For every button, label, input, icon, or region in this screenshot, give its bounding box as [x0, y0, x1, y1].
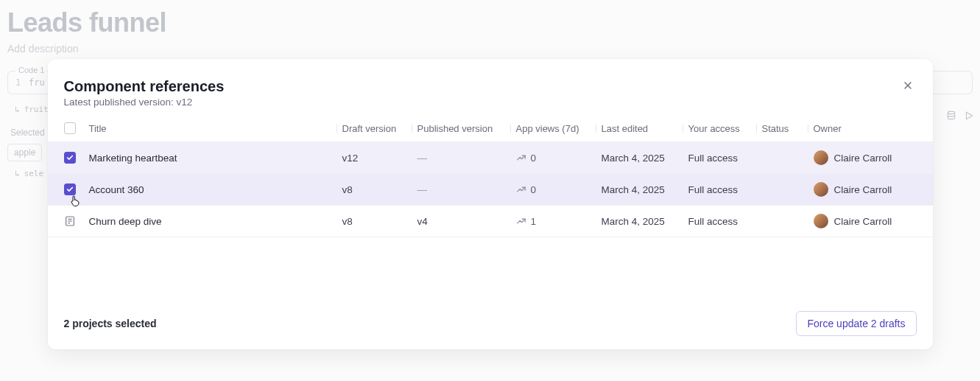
table-row[interactable]: Churn deep dive v8 v4 1 March 4, 2025 Fu…	[48, 205, 933, 237]
row-owner: Claire Carroll	[834, 184, 892, 195]
row-edited: March 4, 2025	[602, 184, 688, 195]
row-draft: v8	[342, 184, 417, 195]
row-title: Churn deep dive	[89, 216, 162, 227]
row-access: Full access	[688, 153, 762, 164]
header-status[interactable]: Status	[762, 123, 814, 134]
close-icon	[902, 80, 914, 91]
close-button[interactable]	[899, 77, 917, 94]
row-owner: Claire Carroll	[834, 153, 892, 164]
modal-overlay: Component references Latest published ve…	[0, 0, 980, 381]
table-row[interactable]: Account 360 v8 — 0 March 4, 2025 Full ac…	[48, 173, 933, 205]
row-title: Account 360	[89, 184, 144, 195]
header-title[interactable]: Title	[89, 123, 342, 134]
modal-header: Component references Latest published ve…	[48, 78, 933, 115]
table-header: Title Draft version Published version Ap…	[48, 115, 933, 141]
row-draft: v12	[342, 153, 417, 164]
references-table: Title Draft version Published version Ap…	[48, 115, 933, 237]
selected-count-text: 2 projects selected	[64, 318, 157, 329]
row-views: 0	[531, 184, 537, 195]
row-checkbox[interactable]	[64, 183, 76, 195]
header-owner[interactable]: Owner	[814, 123, 917, 134]
row-checkbox[interactable]	[64, 152, 76, 164]
modal-title: Component references	[64, 78, 917, 95]
row-published: v4	[417, 216, 516, 227]
modal-footer: 2 projects selected Force update 2 draft…	[48, 237, 933, 336]
row-draft: v8	[342, 216, 417, 227]
trend-up-icon	[516, 184, 526, 195]
row-access: Full access	[688, 216, 762, 227]
component-references-modal: Component references Latest published ve…	[48, 59, 933, 349]
modal-subtitle: Latest published version: v12	[64, 97, 917, 108]
header-views[interactable]: App views (7d)	[516, 123, 602, 134]
row-title: Marketing heartbeat	[89, 153, 177, 164]
select-all-checkbox[interactable]	[64, 122, 76, 134]
header-access[interactable]: Your access	[688, 123, 762, 134]
row-access: Full access	[688, 184, 762, 195]
trend-up-icon	[516, 216, 526, 226]
trend-up-icon	[516, 153, 526, 163]
header-draft[interactable]: Draft version	[342, 123, 417, 134]
row-edited: March 4, 2025	[602, 153, 688, 164]
avatar	[814, 150, 828, 165]
avatar	[814, 214, 828, 228]
header-checkbox-col	[64, 122, 89, 134]
header-edited[interactable]: Last edited	[602, 123, 688, 134]
table-row[interactable]: Marketing heartbeat v12 — 0 March 4, 202…	[48, 141, 933, 173]
row-edited: March 4, 2025	[602, 216, 688, 227]
row-published: —	[417, 153, 516, 164]
header-published[interactable]: Published version	[417, 123, 516, 134]
row-views: 0	[531, 153, 537, 164]
avatar	[814, 182, 828, 197]
row-views: 1	[531, 216, 537, 227]
row-published: —	[417, 184, 516, 195]
document-icon	[64, 215, 76, 227]
force-update-button[interactable]: Force update 2 drafts	[796, 311, 916, 336]
row-owner: Claire Carroll	[834, 216, 892, 227]
